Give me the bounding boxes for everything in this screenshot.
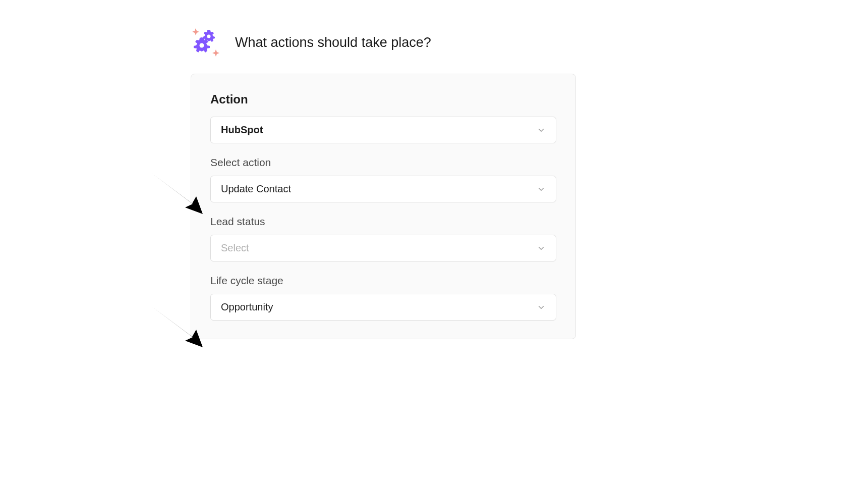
- lifecycle-value: Opportunity: [221, 301, 273, 313]
- select-action-value: Update Contact: [221, 183, 291, 195]
- lifecycle-dropdown[interactable]: Opportunity: [210, 294, 556, 321]
- lead-status-label: Lead status: [210, 216, 556, 228]
- select-action-dropdown[interactable]: Update Contact: [210, 176, 556, 202]
- chevron-down-icon: [537, 244, 546, 253]
- card-section-title: Action: [210, 92, 556, 107]
- integration-value: HubSpot: [221, 124, 263, 136]
- chevron-down-icon: [537, 303, 546, 312]
- annotation-arrow-icon: [150, 304, 205, 350]
- svg-point-0: [207, 35, 211, 38]
- section-title: What actions should take place?: [235, 35, 431, 50]
- select-action-label: Select action: [210, 156, 556, 169]
- lead-status-placeholder: Select: [221, 242, 249, 254]
- svg-point-1: [200, 43, 204, 48]
- action-card: Action HubSpot Select action Update Cont…: [191, 74, 576, 339]
- lead-status-dropdown[interactable]: Select: [210, 235, 556, 261]
- gears-icon: [191, 26, 223, 59]
- lifecycle-label: Life cycle stage: [210, 275, 556, 287]
- integration-dropdown[interactable]: HubSpot: [210, 117, 556, 143]
- chevron-down-icon: [537, 126, 546, 135]
- section-header: What actions should take place?: [191, 26, 576, 59]
- annotation-arrow-icon: [150, 171, 205, 217]
- chevron-down-icon: [537, 185, 546, 194]
